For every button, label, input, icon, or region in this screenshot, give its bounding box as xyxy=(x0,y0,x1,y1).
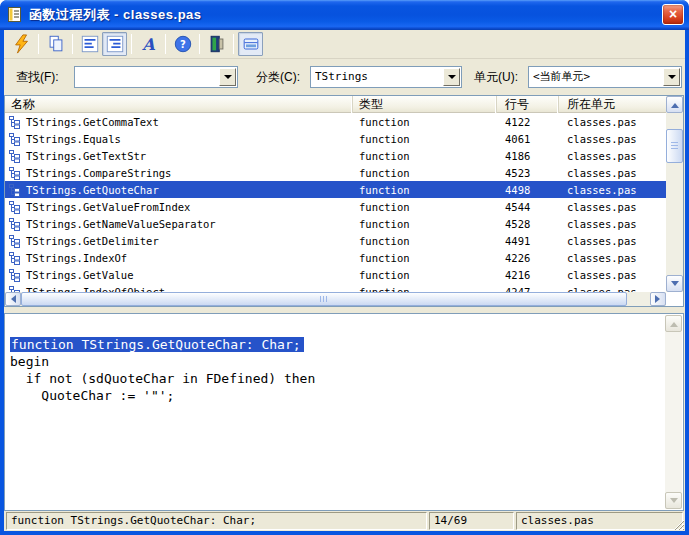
table-row[interactable]: TStrings.Equalsfunction4061classes.pas xyxy=(5,130,666,147)
unit-name: classes.pas xyxy=(559,184,666,196)
window-title: 函数过程列表 - classes.pas xyxy=(29,0,202,30)
lightning-icon xyxy=(12,34,32,54)
tree-node-icon xyxy=(8,132,22,146)
category-value: TStrings xyxy=(315,69,441,85)
unit-name: classes.pas xyxy=(559,201,666,213)
line-number: 4491 xyxy=(497,235,559,247)
tree-node-icon xyxy=(8,285,22,293)
table-row[interactable]: TStrings.IndexOfObjectfunction4247classe… xyxy=(5,283,666,292)
unit-name: classes.pas xyxy=(559,269,666,281)
category-dropdown-button[interactable] xyxy=(443,68,460,86)
line-number: 4544 xyxy=(497,201,559,213)
arrow-down-icon xyxy=(671,281,679,290)
chevron-down-icon xyxy=(448,75,456,83)
table-row[interactable]: TStrings.GetDelimiterfunction4491classes… xyxy=(5,232,666,249)
copy-icon xyxy=(46,34,66,54)
line-number: 4061 xyxy=(497,133,559,145)
code-lines: function TStrings.GetQuoteChar: Char;beg… xyxy=(6,315,665,509)
find-label: 查找(F): xyxy=(16,66,59,88)
toolbar-separator xyxy=(199,34,200,54)
copy-button[interactable] xyxy=(43,32,68,56)
unit-dropdown-button[interactable] xyxy=(663,68,680,86)
function-type: function xyxy=(353,184,497,196)
tree-node-icon xyxy=(8,268,22,282)
align-right-icon xyxy=(105,34,125,54)
window-content: A ? 查找(F): 分类(C): TStrings 单元(U): xyxy=(4,30,685,531)
function-type: function xyxy=(353,235,497,247)
unit-name: classes.pas xyxy=(559,218,666,230)
font-button[interactable]: A xyxy=(136,32,161,56)
line-number: 4122 xyxy=(497,116,559,128)
function-name: TStrings.IndexOf xyxy=(26,252,127,264)
resize-grip[interactable] xyxy=(671,517,684,530)
function-type: function xyxy=(353,116,497,128)
arrow-up-icon xyxy=(671,99,679,108)
scroll-up-button[interactable] xyxy=(666,96,683,113)
table-row[interactable]: TStrings.GetCommaTextfunction4122classes… xyxy=(5,113,666,130)
window-list-icon xyxy=(7,7,23,23)
list-vertical-scrollbar[interactable] xyxy=(666,96,683,292)
toolbar-separator xyxy=(233,34,234,54)
function-type: function xyxy=(353,218,497,230)
toolbar: A ? xyxy=(4,30,685,59)
arrow-down-icon xyxy=(670,498,678,507)
toolbar-separator xyxy=(165,34,166,54)
function-name: TStrings.GetValueFromIndex xyxy=(26,201,190,213)
exit-button[interactable] xyxy=(204,32,229,56)
run-lightning-button[interactable] xyxy=(9,32,34,56)
find-input[interactable] xyxy=(77,69,217,85)
find-dropdown-button[interactable] xyxy=(219,68,236,86)
arrow-right-icon xyxy=(655,295,664,303)
table-row[interactable]: TStrings.GetValueFromIndexfunction4544cl… xyxy=(5,198,666,215)
align-list-right-button[interactable] xyxy=(102,32,127,56)
line-number: 4226 xyxy=(497,252,559,264)
table-row[interactable]: TStrings.CompareStringsfunction4523class… xyxy=(5,164,666,181)
align-list-left-button[interactable] xyxy=(77,32,102,56)
unit-combo[interactable]: <当前单元> xyxy=(528,66,682,88)
font-icon: A xyxy=(142,35,154,54)
preview-panel-button[interactable] xyxy=(238,32,263,56)
scroll-down-button[interactable] xyxy=(666,275,683,292)
scroll-left-button[interactable] xyxy=(5,292,21,306)
scroll-up-button xyxy=(665,315,682,332)
function-type: function xyxy=(353,201,497,213)
align-left-icon xyxy=(80,34,100,54)
find-combo[interactable] xyxy=(74,66,238,88)
scrollbar-thumb[interactable] xyxy=(21,292,627,306)
code-preview-panel[interactable]: function TStrings.GetQuoteChar: Char;beg… xyxy=(4,313,684,511)
help-icon: ? xyxy=(173,34,193,54)
scrollbar-thumb[interactable] xyxy=(666,129,683,163)
column-header-name[interactable]: 名称 xyxy=(5,96,353,113)
column-header-line[interactable]: 行号 xyxy=(497,96,559,113)
list-horizontal-scrollbar[interactable] xyxy=(5,292,666,306)
table-row[interactable]: TStrings.GetQuoteCharfunction4498classes… xyxy=(5,181,666,198)
highlighted-code-line: function TStrings.GetQuoteChar: Char; xyxy=(10,337,304,352)
category-combo[interactable]: TStrings xyxy=(310,66,462,88)
column-header-unit[interactable]: 所在单元 xyxy=(559,96,666,113)
code-line: if not (sdQuoteChar in FDefined) then xyxy=(10,370,665,387)
table-row[interactable]: TStrings.GetTextStrfunction4186classes.p… xyxy=(5,147,666,164)
unit-value: <当前单元> xyxy=(533,69,661,85)
code-line: begin xyxy=(10,353,665,370)
function-name: TStrings.GetNameValueSeparator xyxy=(26,218,216,230)
table-row[interactable]: TStrings.GetValuefunction4216classes.pas xyxy=(5,266,666,283)
tree-node-icon xyxy=(8,166,22,180)
title-bar[interactable]: 函数过程列表 - classes.pas × xyxy=(0,0,689,30)
table-row[interactable]: TStrings.GetNameValueSeparatorfunction45… xyxy=(5,215,666,232)
unit-label: 单元(U): xyxy=(474,66,518,88)
column-header-type[interactable]: 类型 xyxy=(353,96,497,113)
function-type: function xyxy=(353,252,497,264)
function-name: TStrings.GetTextStr xyxy=(26,150,146,162)
toolbar-separator xyxy=(72,34,73,54)
scroll-right-button[interactable] xyxy=(650,292,666,306)
app-window: 函数过程列表 - classes.pas × A xyxy=(0,0,689,535)
help-button[interactable]: ? xyxy=(170,32,195,56)
table-row[interactable]: TStrings.IndexOffunction4226classes.pas xyxy=(5,249,666,266)
chevron-down-icon xyxy=(668,75,676,83)
function-name: TStrings.Equals xyxy=(26,133,121,145)
function-name: TStrings.CompareStrings xyxy=(26,167,171,179)
tree-node-icon xyxy=(8,234,22,248)
unit-name: classes.pas xyxy=(559,167,666,179)
toolbar-separator xyxy=(131,34,132,54)
close-button[interactable]: × xyxy=(662,4,684,25)
